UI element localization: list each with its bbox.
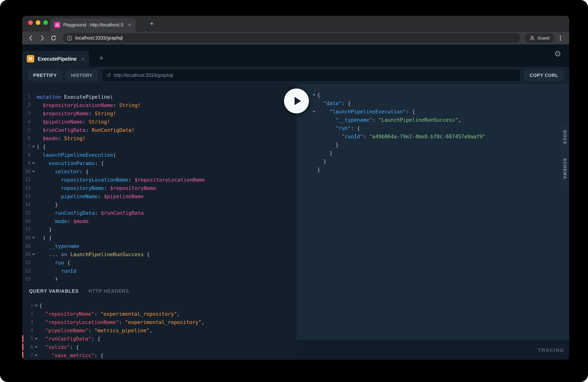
play-icon [294, 97, 301, 105]
profile-button[interactable]: Guest [525, 33, 554, 43]
code-text: "save_metrics": { [39, 351, 104, 360]
fold-arrow-icon[interactable] [33, 335, 39, 343]
code-text: "repositoryLocationName": "experimental_… [39, 318, 205, 326]
line-number: 19 [22, 242, 30, 250]
history-button[interactable]: HISTORY [66, 70, 98, 81]
line-number: 7 [22, 351, 33, 360]
session-tab[interactable]: M ExecutePipeline × [22, 51, 89, 67]
code-line: 17 } [22, 225, 296, 233]
line-number: 18 [22, 233, 30, 242]
code-text: } [317, 149, 333, 157]
code-line: 7 "save_metrics": { [22, 351, 296, 360]
site-info-icon[interactable] [67, 35, 72, 41]
code-line: 6 "solids": { [22, 343, 296, 351]
code-text: repositoryLocationName: $repositoryLocat… [37, 175, 205, 184]
fold-slot [30, 275, 37, 281]
line-number: 4 [22, 326, 33, 335]
tab-query-variables[interactable]: QUERY VARIABLES [29, 289, 79, 294]
code-text: repositoryName: $repositoryName [37, 184, 156, 192]
query-editor[interactable]: 1mutation ExecutePipeline(2 $repositoryL… [22, 84, 296, 281]
address-text: localhost:3333/graphql [75, 35, 123, 41]
code-text: } [317, 165, 320, 174]
code-text: run { [37, 258, 70, 267]
code-line: 14 } [22, 200, 296, 209]
session-tabstrip: M ExecutePipeline × + ⚙ [22, 44, 569, 67]
fold-slot [30, 126, 37, 134]
desktop-background: Playground - http://localhost:3 × + loca… [0, 0, 588, 382]
scale-wrapper: Playground - http://localhost:3 × + loca… [0, 0, 588, 382]
fold-arrow-icon[interactable] [33, 343, 39, 351]
fold-arrow-icon[interactable] [30, 250, 37, 258]
code-line: } [311, 157, 569, 165]
code-text: { [39, 301, 42, 310]
fold-arrow-icon[interactable] [30, 142, 37, 151]
code-text: $repositoryName: String! [37, 109, 116, 118]
code-line: 9 executionParams: { [22, 159, 296, 167]
minimize-window-button[interactable] [36, 20, 40, 25]
code-line: 2 "repositoryName": "experimental_reposi… [22, 310, 296, 318]
code-text: "__typename": "LaunchPipelineRunSuccess"… [317, 116, 461, 124]
close-tab-icon[interactable]: × [127, 21, 132, 28]
fold-slot [311, 99, 317, 107]
line-number: 13 [22, 192, 30, 200]
code-text: { [317, 91, 320, 99]
code-text: } [317, 141, 339, 149]
code-text: $runConfigData: RunConfigData! [37, 126, 134, 134]
new-tab-button[interactable]: + [147, 19, 156, 28]
code-text: executionParams: { [37, 159, 104, 167]
fold-arrow-icon[interactable] [30, 233, 37, 242]
session-close-icon[interactable]: × [81, 56, 84, 62]
execute-play-button[interactable] [284, 88, 309, 113]
line-number: 6 [22, 343, 33, 351]
fold-arrow-icon[interactable] [30, 159, 37, 167]
kebab-menu-icon[interactable] [556, 33, 566, 43]
fold-slot [30, 118, 37, 126]
line-number: 10 [22, 167, 30, 175]
tracing-bar[interactable]: TRACING [296, 340, 569, 360]
avatar-icon [529, 35, 535, 41]
fold-slot [311, 149, 317, 157]
new-session-button[interactable]: + [97, 54, 106, 63]
line-number: 2 [22, 310, 33, 318]
line-number: 11 [22, 175, 30, 184]
line-number: 20 [22, 250, 30, 258]
back-icon[interactable] [26, 33, 36, 43]
fold-slot [33, 326, 39, 335]
reload-icon[interactable] [49, 33, 58, 43]
code-line: "__typename": "LaunchPipelineRunSuccess"… [311, 116, 569, 124]
tab-http-headers[interactable]: HTTP HEADERS [88, 289, 129, 294]
line-number: 14 [22, 200, 30, 209]
code-text: "pipelineName": "metrics_pipeline", [39, 326, 152, 335]
browser-tab[interactable]: Playground - http://localhost:3 × [50, 18, 136, 32]
forward-icon[interactable] [37, 33, 47, 43]
fold-arrow-icon[interactable] [33, 301, 39, 310]
fold-slot [30, 258, 37, 267]
code-line: 2 $repositoryLocationName: String! [22, 101, 296, 109]
line-number: 17 [22, 225, 30, 233]
fold-arrow-icon[interactable] [30, 167, 37, 175]
code-text: ) { [37, 142, 46, 151]
response-viewer: { "data": { "launchPipelineExecution": {… [296, 84, 569, 340]
endpoint-input[interactable]: ↺ http://localhost:3333/graphql [102, 70, 520, 81]
tab-schema[interactable]: SCHEMA [561, 152, 569, 185]
fold-slot [30, 225, 37, 233]
tab-docs[interactable]: DOCS [561, 124, 569, 151]
fold-arrow-icon[interactable] [311, 91, 317, 99]
fold-arrow-icon[interactable] [33, 351, 39, 360]
address-bar[interactable]: localhost:3333/graphql [63, 33, 520, 43]
fold-arrow-icon[interactable] [311, 107, 317, 116]
prettify-button[interactable]: PRETTIFY [28, 70, 62, 81]
code-text: "run": { [317, 124, 360, 132]
close-window-button[interactable] [28, 20, 33, 25]
fold-slot [30, 101, 37, 109]
fold-slot [311, 141, 317, 149]
traffic-lights [28, 20, 48, 25]
code-text: $pipelineName: String! [37, 118, 110, 126]
zoom-window-button[interactable] [43, 20, 48, 25]
variables-panel[interactable]: QUERY VARIABLES HTTP HEADERS 1{2 "reposi… [22, 281, 296, 360]
endpoint-reload-icon[interactable]: ↺ [106, 72, 111, 79]
code-line: { [311, 91, 569, 99]
copy-curl-button[interactable]: COPY CURL [524, 70, 564, 81]
settings-gear-icon[interactable]: ⚙ [554, 50, 561, 58]
code-line: 8 launchPipelineExecution( [22, 151, 296, 159]
